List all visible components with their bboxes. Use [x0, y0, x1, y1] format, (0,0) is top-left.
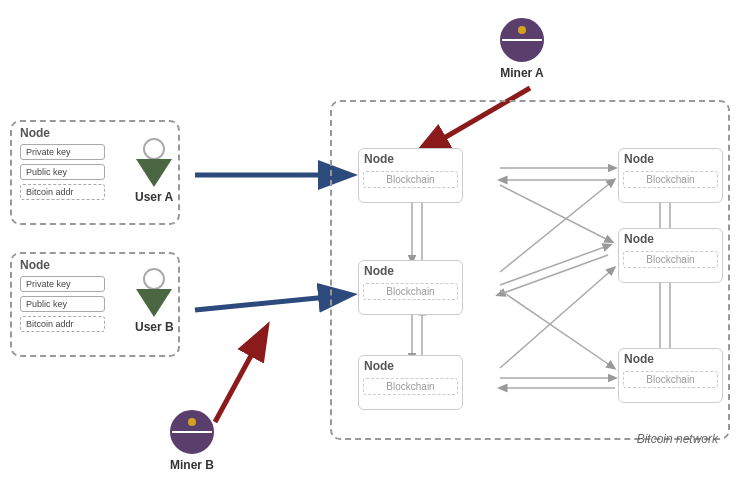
miner-a-label: Miner A: [500, 66, 544, 80]
network-node-2: Node Blockchain: [618, 148, 723, 203]
svg-line-1: [195, 295, 348, 310]
bitcoin-network-label: Bitcoin network: [637, 432, 718, 446]
user-b-body: [136, 289, 172, 317]
miner-b-line: [172, 431, 212, 433]
network-node-bottom: Node Blockchain: [358, 355, 463, 410]
user-a-body: [136, 159, 172, 187]
user-a-public-key-box: Public key: [20, 164, 105, 180]
user-a-bitcoin-addr-box: Bitcoin addr: [20, 184, 105, 200]
miner-a-dot: [518, 26, 526, 34]
user-a-private-key-box: Private key: [20, 144, 105, 160]
network-node-center: Node Blockchain: [358, 260, 463, 315]
user-a-label: User A: [135, 190, 173, 204]
miner-a-ball: [500, 18, 544, 62]
user-b-bitcoin-addr-box: Bitcoin addr: [20, 316, 105, 332]
network-node-1: Node Blockchain: [358, 148, 463, 203]
network-node-mid-right: Node Blockchain: [618, 228, 723, 283]
miner-b-label: Miner B: [170, 458, 214, 472]
miner-b-dot: [188, 418, 196, 426]
user-b-node-label: Node: [20, 258, 50, 272]
user-b-person: User B: [135, 268, 174, 334]
miner-a: Miner A: [500, 18, 544, 80]
user-b-public-key-box: Public key: [20, 296, 105, 312]
miner-b: Miner B: [170, 410, 214, 472]
user-b-head: [143, 268, 165, 290]
svg-line-3: [215, 330, 265, 422]
user-a-head: [143, 138, 165, 160]
user-b-private-key-box: Private key: [20, 276, 105, 292]
diagram: Node Private key Public key Bitcoin addr…: [0, 0, 746, 504]
user-b-label: User B: [135, 320, 174, 334]
network-node-bottom-right: Node Blockchain: [618, 348, 723, 403]
user-a-node-label: Node: [20, 126, 50, 140]
miner-a-line: [502, 39, 542, 41]
user-a-person: User A: [135, 138, 173, 204]
miner-b-ball: [170, 410, 214, 454]
